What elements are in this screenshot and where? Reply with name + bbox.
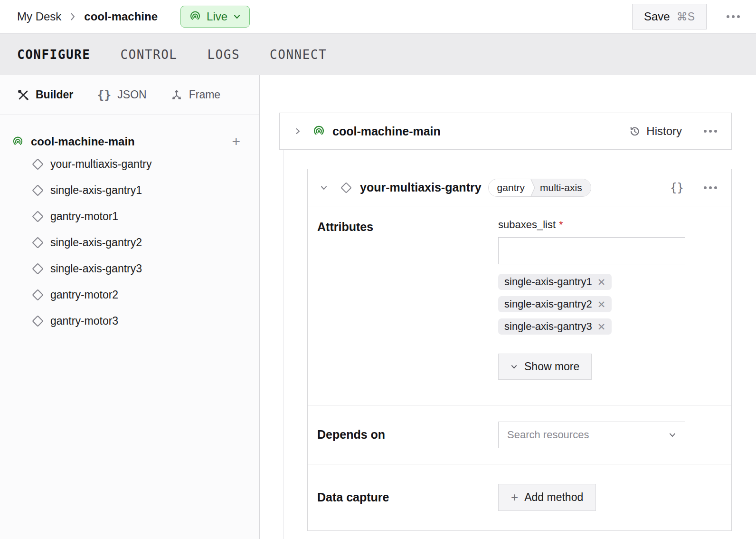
broadcast-icon bbox=[189, 11, 201, 22]
subaxes-field-label-row: subaxes_list * bbox=[498, 219, 685, 231]
part-menu-icon[interactable] bbox=[701, 127, 720, 135]
tree-item-single-axis-gantry3[interactable]: single-axis-gantry3 bbox=[0, 256, 259, 282]
primary-tab-bar: CONFIGURE CONTROL LOGS CONNECT bbox=[0, 33, 756, 75]
required-marker: * bbox=[559, 219, 563, 231]
top-bar-actions: Save ⌘S bbox=[632, 4, 743, 29]
chip-single-axis-gantry3: single-axis-gantry3 ✕ bbox=[498, 318, 612, 335]
tab-logs[interactable]: LOGS bbox=[207, 48, 240, 62]
save-button[interactable]: Save ⌘S bbox=[632, 4, 707, 29]
broadcast-icon bbox=[313, 125, 325, 137]
tree-root-row[interactable]: cool-machine-main + bbox=[0, 132, 259, 151]
data-capture-section: Data capture + Add method bbox=[308, 464, 731, 530]
breadcrumb-root[interactable]: My Desk bbox=[17, 10, 61, 23]
component-diamond-icon bbox=[31, 236, 44, 249]
chip-single-axis-gantry1: single-axis-gantry1 ✕ bbox=[498, 274, 612, 290]
app-window: My Desk cool-machine Live Save ⌘S CONFIG… bbox=[0, 0, 756, 539]
breadcrumb-chevron-icon bbox=[70, 12, 76, 21]
view-tab-json[interactable]: {} JSON bbox=[97, 88, 146, 102]
tab-control[interactable]: CONTROL bbox=[120, 48, 177, 62]
tree-item-label: single-axis-gantry3 bbox=[50, 262, 142, 275]
history-label: History bbox=[646, 125, 682, 138]
tree-item-label: gantry-motor1 bbox=[50, 210, 118, 223]
component-card-header: your-multiaxis-gantry gantry multi-axis … bbox=[308, 169, 731, 206]
breadcrumb-current: cool-machine bbox=[84, 10, 158, 23]
braces-icon: {} bbox=[97, 88, 111, 102]
component-diamond-icon bbox=[31, 158, 44, 171]
chip-remove-icon[interactable]: ✕ bbox=[597, 277, 606, 287]
machine-status-dropdown[interactable]: Live bbox=[180, 6, 250, 28]
component-diamond-icon bbox=[31, 262, 44, 275]
broadcast-icon bbox=[12, 136, 23, 147]
component-title: your-multiaxis-gantry bbox=[360, 181, 482, 194]
chip-remove-icon[interactable]: ✕ bbox=[597, 322, 606, 332]
save-shortcut: ⌘S bbox=[677, 10, 695, 23]
part-guide-line bbox=[284, 150, 284, 539]
tree-item-label: gantry-motor3 bbox=[50, 315, 118, 327]
search-resources-input[interactable] bbox=[507, 429, 669, 441]
show-more-button[interactable]: Show more bbox=[498, 354, 592, 380]
chip-single-axis-gantry2: single-axis-gantry2 ✕ bbox=[498, 296, 612, 312]
tag-separator bbox=[529, 179, 536, 196]
view-tab-builder[interactable]: Builder bbox=[17, 88, 73, 101]
view-tab-json-label: JSON bbox=[117, 88, 146, 101]
add-method-label: Add method bbox=[524, 491, 583, 504]
chevron-down-icon bbox=[669, 431, 676, 439]
chip-label: single-axis-gantry1 bbox=[504, 276, 592, 288]
sidebar: Builder {} JSON Frame bbox=[0, 75, 260, 539]
chevron-down-icon bbox=[233, 13, 241, 20]
component-diamond-icon bbox=[31, 315, 44, 327]
top-bar: My Desk cool-machine Live Save ⌘S bbox=[0, 0, 756, 33]
tree-item-single-axis-gantry1[interactable]: single-axis-gantry1 bbox=[0, 177, 259, 203]
component-card: your-multiaxis-gantry gantry multi-axis … bbox=[307, 169, 732, 531]
tab-connect[interactable]: CONNECT bbox=[270, 48, 327, 62]
history-button[interactable]: History bbox=[629, 125, 682, 138]
view-tab-builder-label: Builder bbox=[36, 88, 73, 101]
overflow-menu-icon[interactable] bbox=[724, 12, 743, 21]
view-tab-frame[interactable]: Frame bbox=[170, 88, 220, 101]
plus-icon: + bbox=[511, 492, 518, 502]
breadcrumb: My Desk cool-machine bbox=[17, 10, 158, 23]
chevron-down-icon[interactable] bbox=[320, 184, 328, 192]
depends-on-select[interactable] bbox=[498, 422, 685, 448]
add-method-button[interactable]: + Add method bbox=[498, 484, 596, 511]
tree-item-single-axis-gantry2[interactable]: single-axis-gantry2 bbox=[0, 230, 259, 256]
tree-item-gantry-motor3[interactable]: gantry-motor3 bbox=[0, 308, 259, 334]
tree-item-label: single-axis-gantry2 bbox=[50, 236, 142, 249]
tag-gantry: gantry bbox=[489, 179, 529, 196]
component-type-tags: gantry multi-axis bbox=[488, 179, 591, 197]
save-button-label: Save bbox=[644, 10, 670, 23]
edit-json-icon[interactable]: {} bbox=[670, 181, 684, 194]
attributes-section: Attributes subaxes_list * single-axis-ga… bbox=[308, 206, 731, 405]
depends-on-label: Depends on bbox=[317, 428, 498, 442]
component-diamond-icon bbox=[31, 184, 44, 197]
chevron-right-icon[interactable] bbox=[294, 127, 302, 135]
content-area: Builder {} JSON Frame bbox=[0, 75, 756, 539]
component-tree: cool-machine-main + your-multiaxis-gantr… bbox=[0, 115, 259, 334]
tree-item-your-multiaxis-gantry[interactable]: your-multiaxis-gantry bbox=[0, 151, 259, 177]
tab-configure[interactable]: CONFIGURE bbox=[17, 48, 90, 62]
tools-icon bbox=[17, 89, 29, 101]
show-more-label: Show more bbox=[524, 360, 579, 373]
machine-status-label: Live bbox=[207, 10, 227, 23]
tree-item-label: your-multiaxis-gantry bbox=[50, 158, 151, 171]
view-tab-frame-label: Frame bbox=[189, 88, 220, 101]
subaxes-chip-list: single-axis-gantry1 ✕ single-axis-gantry… bbox=[498, 274, 685, 335]
tag-multi-axis: multi-axis bbox=[536, 179, 591, 196]
component-menu-icon[interactable] bbox=[701, 183, 720, 192]
data-capture-label: Data capture bbox=[317, 491, 498, 504]
config-view-tabs: Builder {} JSON Frame bbox=[0, 75, 259, 115]
attributes-fields: subaxes_list * single-axis-gantry1 ✕ sin… bbox=[498, 219, 685, 405]
chip-label: single-axis-gantry3 bbox=[504, 320, 592, 333]
frame-axes-icon bbox=[170, 89, 183, 101]
tree-item-label: single-axis-gantry1 bbox=[50, 184, 142, 197]
part-header-row: cool-machine-main History bbox=[279, 113, 732, 150]
add-component-button[interactable]: + bbox=[232, 135, 240, 149]
depends-on-section: Depends on bbox=[308, 405, 731, 464]
history-clock-icon bbox=[629, 125, 641, 137]
part-title: cool-machine-main bbox=[332, 125, 441, 138]
main-panel: cool-machine-main History your-multiaxis… bbox=[260, 75, 756, 539]
tree-item-gantry-motor2[interactable]: gantry-motor2 bbox=[0, 282, 259, 308]
tree-item-gantry-motor1[interactable]: gantry-motor1 bbox=[0, 203, 259, 230]
chip-remove-icon[interactable]: ✕ bbox=[597, 299, 606, 309]
subaxes-input[interactable] bbox=[498, 237, 685, 264]
